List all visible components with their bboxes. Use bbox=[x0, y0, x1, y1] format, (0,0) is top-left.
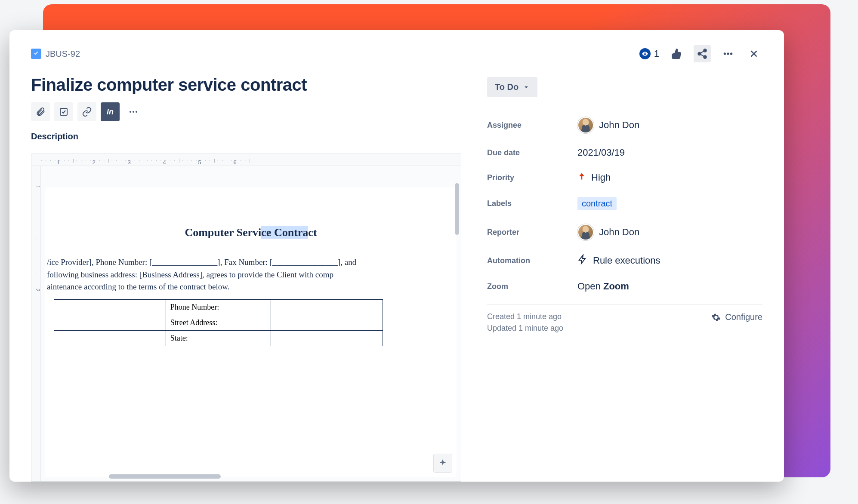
zoom-value: Open Zoom bbox=[577, 281, 629, 292]
field-assignee[interactable]: Assignee John Don bbox=[487, 110, 762, 140]
field-due-date[interactable]: Due date 2021/03/19 bbox=[487, 140, 762, 165]
avatar bbox=[577, 117, 594, 133]
status-dropdown[interactable]: To Do bbox=[487, 77, 537, 97]
configure-button[interactable]: Configure bbox=[711, 312, 762, 322]
svg-point-2 bbox=[704, 55, 707, 58]
field-automation[interactable]: Automation Rule executions bbox=[487, 247, 762, 274]
label-chip[interactable]: contract bbox=[577, 197, 617, 210]
more-button[interactable] bbox=[719, 45, 737, 62]
table-row: State: bbox=[54, 330, 383, 346]
header-actions: 1 bbox=[639, 45, 762, 62]
explore-button[interactable] bbox=[433, 454, 452, 473]
document-body-text: /ice Provider], Phone Number: [_________… bbox=[45, 256, 457, 293]
priority-high-icon bbox=[577, 172, 586, 183]
modal-body: Finalize computer service contract in bbox=[31, 75, 762, 482]
svg-point-5 bbox=[730, 53, 732, 55]
invision-icon: in bbox=[107, 108, 114, 117]
field-labels[interactable]: Labels contract bbox=[487, 190, 762, 217]
gear-icon bbox=[711, 313, 721, 322]
ruler-vertical: 1 2 bbox=[31, 166, 41, 481]
avatar bbox=[577, 224, 594, 240]
created-timestamp: Created 1 minute ago bbox=[487, 312, 563, 321]
svg-rect-6 bbox=[60, 108, 67, 115]
table-row: Phone Number: bbox=[54, 299, 383, 315]
watch-count: 1 bbox=[654, 48, 659, 59]
svg-point-8 bbox=[133, 111, 134, 113]
subtask-button[interactable] bbox=[54, 102, 73, 121]
assignee-value: John Don bbox=[599, 120, 639, 131]
like-button[interactable] bbox=[668, 45, 685, 62]
attach-button[interactable] bbox=[31, 102, 50, 121]
issue-type-icon bbox=[31, 49, 41, 59]
meta-footer: Created 1 minute ago Updated 1 minute ag… bbox=[487, 304, 762, 333]
issue-title[interactable]: Finalize computer service contract bbox=[31, 75, 461, 95]
updated-timestamp: Updated 1 minute ago bbox=[487, 324, 563, 333]
document-preview[interactable]: 1 2 3 4 5 6 1 2 bbox=[31, 154, 461, 482]
more-actions-button[interactable] bbox=[124, 102, 143, 121]
close-button[interactable] bbox=[745, 45, 762, 62]
field-priority[interactable]: Priority High bbox=[487, 165, 762, 190]
share-button[interactable] bbox=[694, 45, 711, 62]
content-toolbar: in bbox=[31, 102, 461, 121]
field-zoom[interactable]: Zoom Open Zoom bbox=[487, 274, 762, 299]
scrollbar-vertical[interactable] bbox=[455, 183, 459, 235]
table-row: Street Address: bbox=[54, 315, 383, 330]
link-button[interactable] bbox=[77, 102, 96, 121]
svg-point-3 bbox=[724, 53, 725, 55]
status-label: To Do bbox=[495, 82, 519, 92]
svg-point-9 bbox=[136, 111, 137, 113]
svg-point-7 bbox=[130, 111, 131, 113]
timestamps: Created 1 minute ago Updated 1 minute ag… bbox=[487, 312, 563, 333]
priority-value: High bbox=[591, 172, 611, 183]
main-column: Finalize computer service contract in bbox=[31, 75, 461, 482]
svg-point-4 bbox=[727, 53, 729, 55]
invision-button[interactable]: in bbox=[101, 102, 120, 121]
issue-key[interactable]: JBUS-92 bbox=[46, 49, 80, 59]
field-reporter[interactable]: Reporter John Don bbox=[487, 217, 762, 247]
watch-button[interactable]: 1 bbox=[639, 48, 659, 59]
ruler-horizontal: 1 2 3 4 5 6 bbox=[31, 154, 461, 166]
details-sidebar: To Do Assignee John Don Due date 2021/03… bbox=[487, 75, 762, 482]
header-row: JBUS-92 1 bbox=[31, 45, 762, 62]
chevron-down-icon bbox=[523, 84, 530, 91]
lightning-icon bbox=[577, 254, 588, 267]
automation-value: Rule executions bbox=[593, 255, 660, 266]
document-page: Computer Service Contract /ice Provider]… bbox=[41, 166, 461, 481]
due-date-value: 2021/03/19 bbox=[577, 147, 625, 158]
reporter-value: John Don bbox=[599, 227, 639, 238]
watch-icon bbox=[639, 48, 651, 59]
svg-point-0 bbox=[704, 49, 707, 52]
issue-modal: JBUS-92 1 Finalize compu bbox=[9, 30, 784, 482]
svg-point-1 bbox=[698, 52, 701, 55]
document-table: Phone Number: Street Address: State: bbox=[54, 299, 383, 346]
scrollbar-horizontal[interactable] bbox=[109, 474, 221, 479]
description-label: Description bbox=[31, 132, 461, 141]
configure-label: Configure bbox=[725, 312, 762, 322]
breadcrumb[interactable]: JBUS-92 bbox=[31, 49, 80, 59]
document-title: Computer Service Contract bbox=[45, 226, 457, 239]
